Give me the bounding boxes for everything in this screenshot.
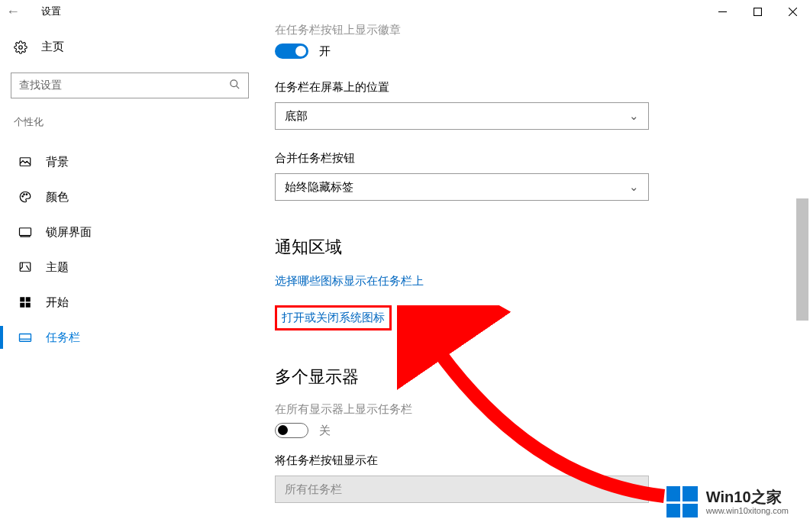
svg-rect-1 <box>754 8 761 15</box>
window-controls <box>705 0 810 23</box>
truncated-setting-label: 在任务栏按钮上显示徽章 <box>275 23 673 37</box>
svg-point-8 <box>22 196 24 198</box>
sidebar-item-label: 主题 <box>46 260 69 275</box>
palette-icon <box>18 190 32 204</box>
section-notification-area: 通知区域 <box>275 236 673 259</box>
sidebar-item-taskbar[interactable]: 任务栏 <box>11 320 260 355</box>
brand-url: www.win10xitong.com <box>706 506 789 516</box>
window-title: 设置 <box>41 5 61 18</box>
close-button[interactable] <box>775 0 810 23</box>
combo-show-buttons-on: 所有任务栏 <box>275 476 649 503</box>
lockscreen-icon <box>18 225 32 239</box>
home-label: 主页 <box>41 40 64 54</box>
search-input[interactable]: 查找设置 <box>11 73 249 98</box>
sidebar-item-label: 开始 <box>46 295 69 310</box>
sidebar-item-start[interactable]: 开始 <box>11 285 260 320</box>
search-placeholder: 查找设置 <box>19 79 62 92</box>
sidebar-item-colors[interactable]: 颜色 <box>11 179 260 214</box>
field-show-buttons-on: 将任务栏按钮显示在 <box>275 453 673 468</box>
maximize-button[interactable] <box>740 0 775 23</box>
sidebar: 主页 查找设置 个性化 背景 颜色 锁屏界面 主题 <box>0 23 260 532</box>
sidebar-item-background[interactable]: 背景 <box>11 144 260 179</box>
title-bar: ← 设置 <box>0 0 810 23</box>
combo-taskbar-position[interactable]: 底部 ⌄ <box>275 102 649 130</box>
link-select-icons[interactable]: 选择哪些图标显示在任务栏上 <box>275 274 424 289</box>
combo-value: 始终隐藏标签 <box>285 180 353 195</box>
back-icon[interactable]: ← <box>6 4 20 20</box>
svg-rect-14 <box>20 297 24 301</box>
field-combine-buttons: 合并任务栏按钮 <box>275 151 673 166</box>
link-system-icons[interactable]: 打开或关闭系统图标 <box>275 305 392 330</box>
section-multiple-displays: 多个显示器 <box>275 366 673 389</box>
sidebar-item-label: 背景 <box>46 155 69 169</box>
taskbar-icon <box>18 330 32 344</box>
scrollbar[interactable] <box>796 23 808 529</box>
gear-icon <box>14 40 27 54</box>
sidebar-item-label: 锁屏界面 <box>46 225 92 240</box>
picture-icon <box>18 155 32 169</box>
chevron-down-icon: ⌄ <box>629 109 639 123</box>
content-area: 在任务栏按钮上显示徽章 开 任务栏在屏幕上的位置 底部 ⌄ 合并任务栏按钮 始终… <box>260 23 810 532</box>
svg-rect-12 <box>21 236 30 237</box>
combo-value: 底部 <box>285 109 308 124</box>
chevron-down-icon: ⌄ <box>629 180 639 194</box>
field-taskbar-position: 任务栏在屏幕上的位置 <box>275 80 673 95</box>
svg-rect-16 <box>20 303 24 308</box>
svg-point-10 <box>26 194 27 195</box>
brand-name: Win10之家 <box>706 488 789 506</box>
sidebar-item-label: 任务栏 <box>46 330 80 345</box>
home-link[interactable]: 主页 <box>11 34 260 60</box>
field-show-all-displays: 在所有显示器上显示任务栏 <box>275 402 673 417</box>
svg-line-6 <box>236 85 239 89</box>
start-icon <box>18 295 32 309</box>
minimize-button[interactable] <box>705 0 740 23</box>
svg-point-5 <box>231 80 237 87</box>
svg-rect-17 <box>26 303 31 308</box>
sidebar-item-lockscreen[interactable]: 锁屏界面 <box>11 214 260 250</box>
svg-rect-15 <box>26 297 31 301</box>
badge-toggle[interactable] <box>275 44 308 59</box>
svg-rect-11 <box>20 228 31 236</box>
theme-icon <box>18 260 32 274</box>
sidebar-item-themes[interactable]: 主题 <box>11 250 260 285</box>
category-label: 个性化 <box>11 115 260 129</box>
toggle-state-label: 开 <box>319 44 331 59</box>
sidebar-item-label: 颜色 <box>46 190 69 205</box>
svg-point-4 <box>19 45 23 49</box>
nav: 背景 颜色 锁屏界面 主题 开始 任务栏 <box>11 144 260 355</box>
svg-point-9 <box>24 194 25 195</box>
search-icon <box>229 79 240 92</box>
svg-rect-18 <box>20 334 31 342</box>
scrollbar-thumb[interactable] <box>796 198 808 321</box>
toggle-state-label: 关 <box>319 424 331 438</box>
branding: Win10之家 www.win10xitong.com <box>666 486 789 518</box>
multi-display-toggle[interactable] <box>275 423 308 438</box>
combo-value: 所有任务栏 <box>285 482 342 497</box>
combo-combine-buttons[interactable]: 始终隐藏标签 ⌄ <box>275 173 649 201</box>
windows-logo-icon <box>666 486 699 518</box>
